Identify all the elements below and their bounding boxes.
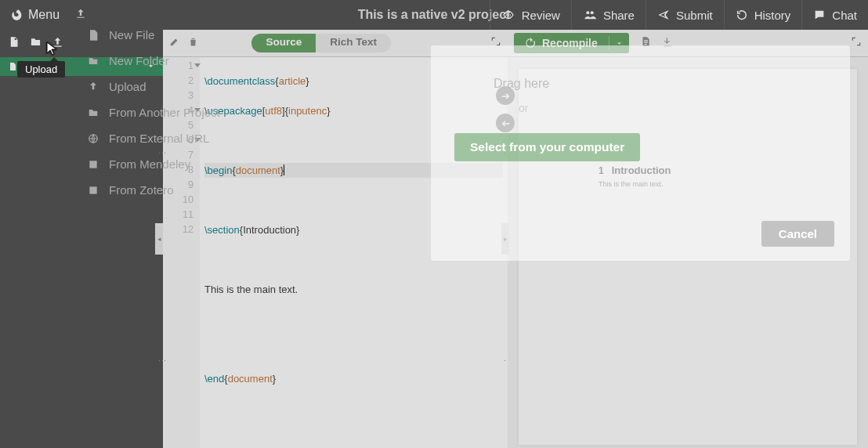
dropdown-label: Upload <box>109 80 146 93</box>
select-from-computer-button[interactable]: Select from your computer <box>454 133 640 161</box>
dropdown-from-url[interactable]: From External URL <box>74 125 239 151</box>
dropdown-new-file[interactable]: New File <box>74 22 239 48</box>
dropdown-from-mendeley[interactable]: From Mendeley <box>74 151 239 177</box>
dropdown-label: From Mendeley <box>109 157 190 171</box>
dropdown-label: New File <box>109 28 154 42</box>
upload-dropzone[interactable]: Drag here or Select from your computer <box>447 61 834 206</box>
cancel-button[interactable]: Cancel <box>761 221 834 247</box>
dropdown-new-folder[interactable]: New Folder <box>74 48 239 74</box>
dropdown-label: From External URL <box>109 132 209 145</box>
upload-modal: Drag here or Select from your computer C… <box>431 45 850 261</box>
dropdown-from-zotero[interactable]: From Zotero <box>74 177 239 203</box>
drag-here-label: Drag here <box>494 77 549 91</box>
new-file-dropdown: New File New Folder Upload From Another … <box>74 17 239 208</box>
dropdown-from-project[interactable]: From Another Project <box>74 99 239 125</box>
mouse-cursor <box>46 42 59 60</box>
upload-tooltip: Upload <box>17 61 65 78</box>
or-label: or <box>519 102 528 114</box>
dropdown-label: From Another Project <box>109 106 220 119</box>
dropdown-upload[interactable]: Upload <box>74 74 239 99</box>
dropdown-label: From Zotero <box>109 183 174 197</box>
dropdown-label: New Folder <box>109 54 169 67</box>
